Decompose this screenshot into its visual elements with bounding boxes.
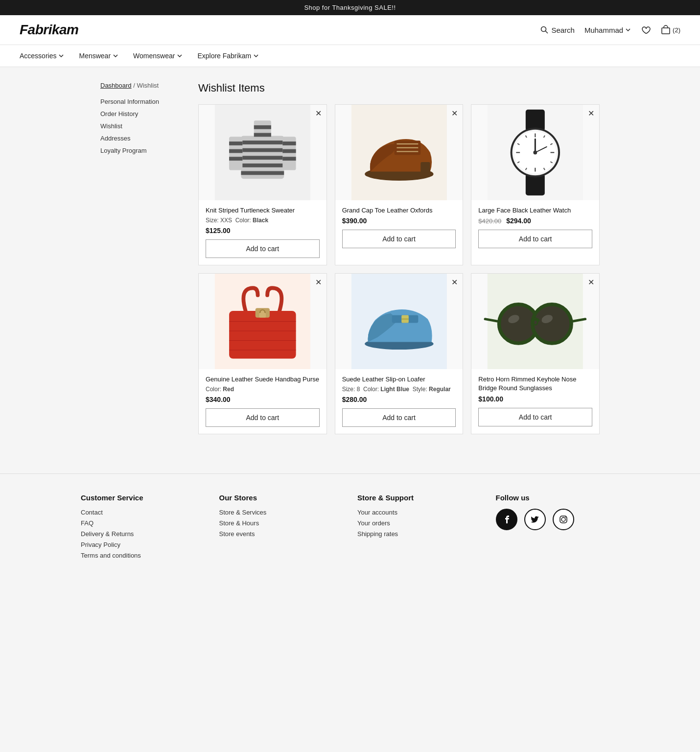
sidebar-item-order-history[interactable]: Order History	[100, 109, 184, 118]
product-grid: ✕	[198, 104, 600, 434]
svg-rect-15	[282, 141, 296, 145]
remove-product-oxfords[interactable]: ✕	[451, 110, 458, 118]
add-to-cart-loafer[interactable]: Add to cart	[342, 408, 456, 427]
footer-store-support-heading: Store & Support	[357, 494, 481, 502]
footer-our-stores-heading: Our Stores	[219, 494, 343, 502]
remove-product-watch[interactable]: ✕	[588, 110, 594, 118]
sidebar-item-wishlist[interactable]: Wishlist	[100, 121, 184, 131]
remove-product-loafer[interactable]: ✕	[451, 279, 458, 286]
product-meta-loafer: Size: 8 Color: Light Blue Style: Regular	[342, 386, 456, 393]
product-image-oxfords	[335, 105, 463, 200]
chevron-down-icon	[58, 53, 64, 59]
svg-rect-50	[229, 311, 296, 359]
footer-store-support: Store & Support Your accounts Your order…	[357, 494, 481, 563]
svg-rect-13	[229, 157, 242, 161]
handbag-image	[199, 274, 327, 369]
main-nav: Accessories Menswear Womenswear Explore …	[0, 45, 700, 67]
product-price-loafer: $280.00	[342, 396, 456, 403]
product-meta-handbag: Color: Red	[206, 386, 320, 393]
svg-rect-5	[241, 141, 284, 144]
cart-button[interactable]: (2)	[660, 24, 680, 35]
product-sale-price-watch: $294.00	[506, 217, 531, 225]
footer-link-your-orders[interactable]: Your orders	[357, 519, 481, 527]
breadcrumb-separator: /	[132, 82, 137, 89]
add-to-cart-sunglasses[interactable]: Add to cart	[478, 408, 592, 426]
footer-link-delivery-returns[interactable]: Delivery & Returns	[81, 530, 205, 538]
breadcrumb: Dashboard / Wishlist	[100, 82, 184, 89]
facebook-icon[interactable]	[496, 509, 517, 530]
nav-explore[interactable]: Explore Fabrikam	[197, 45, 259, 67]
top-banner: Shop for Thanksgiving SALE!!	[0, 0, 700, 15]
footer-follow-us-heading: Follow us	[496, 494, 620, 502]
heart-icon	[641, 25, 651, 35]
product-price-handbag: $340.00	[206, 396, 320, 403]
sidebar-nav: Personal Information Order History Wishl…	[100, 97, 184, 155]
twitter-icon[interactable]	[524, 509, 546, 530]
product-name-oxfords: Grand Cap Toe Leather Oxfords	[342, 206, 456, 215]
sidebar-item-loyalty-program[interactable]: Loyalty Program	[100, 146, 184, 155]
add-to-cart-oxfords[interactable]: Add to cart	[342, 230, 456, 248]
product-card-sweater: ✕	[198, 104, 327, 265]
svg-rect-12	[229, 149, 242, 153]
svg-point-74	[561, 517, 565, 521]
footer-link-store-services[interactable]: Store & Services	[219, 509, 343, 516]
svg-rect-17	[282, 157, 296, 161]
footer-link-contact[interactable]: Contact	[81, 509, 205, 516]
footer-customer-service-heading: Customer Service	[81, 494, 205, 502]
footer: Customer Service Contact FAQ Delivery & …	[0, 473, 700, 577]
footer-link-store-hours[interactable]: Store & Hours	[219, 519, 343, 527]
loafer-image	[335, 274, 463, 369]
logo[interactable]: Fabrikam	[20, 22, 79, 38]
nav-accessories[interactable]: Accessories	[20, 45, 64, 67]
nav-womenswear[interactable]: Womenswear	[133, 45, 183, 67]
chevron-down-icon	[253, 53, 259, 59]
footer-link-terms[interactable]: Terms and conditions	[81, 552, 205, 559]
product-card-sunglasses: ✕	[471, 273, 600, 434]
product-info-sweater: Knit Striped Turtleneck Sweater Size: XX…	[199, 200, 327, 265]
sidebar-item-addresses[interactable]: Addresses	[100, 134, 184, 143]
footer-link-shipping-rates[interactable]: Shipping rates	[357, 530, 481, 538]
svg-rect-11	[229, 141, 242, 145]
remove-product-sunglasses[interactable]: ✕	[588, 279, 594, 286]
cart-count: (2)	[673, 26, 680, 34]
svg-rect-20	[254, 133, 271, 137]
remove-product-handbag[interactable]: ✕	[315, 279, 322, 286]
breadcrumb-dashboard[interactable]: Dashboard	[100, 82, 132, 89]
breadcrumb-current: Wishlist	[137, 82, 159, 89]
chevron-down-icon	[177, 53, 183, 59]
product-price-watch: $420.00 $294.00	[478, 217, 592, 225]
search-button[interactable]: Search	[540, 26, 575, 34]
user-menu-button[interactable]: Muhammad	[584, 26, 631, 34]
remove-product-sweater[interactable]: ✕	[315, 110, 322, 118]
add-to-cart-handbag[interactable]: Add to cart	[206, 408, 320, 427]
svg-rect-36	[516, 152, 520, 153]
product-image-watch	[471, 105, 599, 200]
product-info-oxfords: Grand Cap Toe Leather Oxfords $390.00 Ad…	[335, 200, 463, 255]
product-card-loafer: ✕	[335, 273, 464, 434]
product-info-sunglasses: Retro Horn Rimmed Keyhole Nose Bridge Ro…	[471, 369, 599, 433]
nav-menswear[interactable]: Menswear	[79, 45, 118, 67]
svg-rect-34	[535, 134, 536, 138]
product-image-handbag	[199, 274, 327, 369]
product-price-oxfords: $390.00	[342, 217, 456, 225]
product-image-sunglasses	[471, 274, 599, 369]
svg-rect-27	[420, 162, 430, 172]
product-price-sunglasses: $100.00	[478, 395, 592, 403]
chevron-down-icon	[113, 53, 118, 59]
instagram-icon[interactable]	[553, 509, 574, 530]
wishlist-button[interactable]	[641, 25, 651, 35]
svg-point-48	[534, 151, 537, 155]
footer-link-store-events[interactable]: Store events	[219, 530, 343, 538]
footer-link-faq[interactable]: FAQ	[81, 519, 205, 527]
footer-follow-us: Follow us	[496, 494, 620, 563]
wishlist-title: Wishlist Items	[198, 82, 600, 94]
add-to-cart-watch[interactable]: Add to cart	[478, 230, 592, 248]
product-name-loafer: Suede Leather Slip-on Loafer	[342, 375, 456, 384]
footer-link-privacy-policy[interactable]: Privacy Policy	[81, 541, 205, 548]
footer-link-your-accounts[interactable]: Your accounts	[357, 509, 481, 516]
product-original-price-watch: $420.00	[478, 217, 501, 225]
sidebar-item-personal-information[interactable]: Personal Information	[100, 97, 184, 106]
sweater-image	[199, 105, 327, 200]
user-name: Muhammad	[584, 26, 623, 34]
add-to-cart-sweater[interactable]: Add to cart	[206, 239, 320, 258]
